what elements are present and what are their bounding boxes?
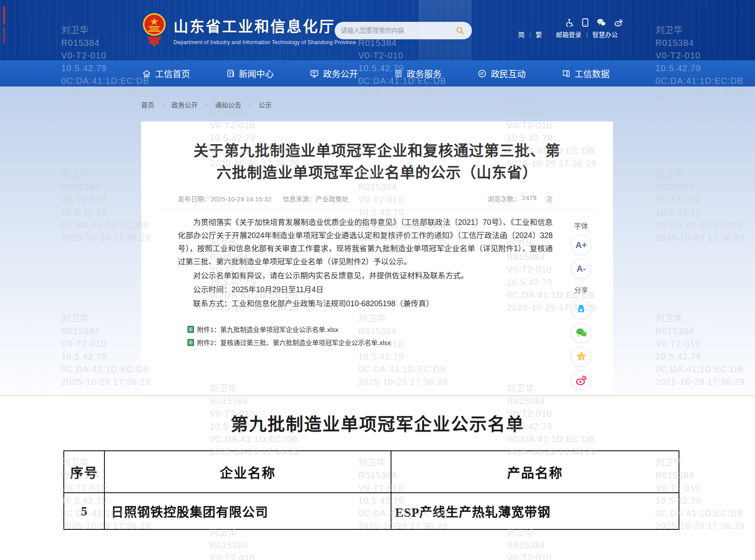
- font-size-label: 字体: [569, 220, 593, 231]
- nav-label: 工信首页: [155, 67, 190, 80]
- cell-index: 5: [64, 493, 104, 529]
- national-emblem-icon: [142, 12, 166, 48]
- site-title: 山东省工业和信息化厅: [173, 15, 356, 36]
- accessibility-icon[interactable]: [565, 18, 574, 27]
- nav-label: 新闻中心: [239, 67, 274, 80]
- table-header-row: 序号 企业名称 产品名称: [64, 451, 679, 493]
- utility-icon-row: [565, 18, 623, 27]
- wechat-icon[interactable]: [597, 18, 606, 27]
- link-simplified[interactable]: 简: [518, 30, 525, 39]
- nav-item-service[interactable]: 政务服务: [394, 67, 442, 80]
- qq-icon: [575, 304, 587, 315]
- nav-item-interaction[interactable]: 政民互动: [478, 67, 526, 80]
- attachment-list: 附件1：第九批制造业单项冠军企业公示名单.xlsx 附件2：复核通过第三批、第六…: [187, 325, 613, 347]
- breadcrumb: 首页 > 政务公开 > 通知公告 > 公示: [141, 100, 272, 109]
- wechat-icon: [575, 328, 587, 338]
- breadcrumb-notices[interactable]: 通知公告: [215, 100, 241, 109]
- article-meta: 发布日期：2025-10-29 14:15:32 信息来源：产业政策处 浏览次数…: [178, 194, 553, 203]
- paragraph: 为贯彻落实《关于加快培育发展制造业优质企业的指导意见》（工信部联政法〔2021〕…: [178, 216, 553, 268]
- article-title: 关于第九批制造业单项冠军企业和复核通过第三批、第 六批制造业单项冠军企业名单的公…: [141, 140, 613, 183]
- font-increase-button[interactable]: A+: [571, 235, 591, 255]
- interaction-icon: [478, 69, 487, 78]
- link-separator: |: [530, 31, 531, 38]
- view-count: 浏览次数：2479 次: [488, 194, 553, 203]
- breadcrumb-separator: >: [161, 101, 165, 108]
- site-title-block: 山东省工业和信息化厅 Department of Industry and In…: [173, 15, 356, 45]
- cell-company: 日照钢铁控股集团有限公司: [104, 493, 391, 529]
- excel-icon: [187, 339, 194, 346]
- header-product: 产品名称: [391, 451, 679, 493]
- link-smart-office[interactable]: 智慧办公: [592, 30, 618, 39]
- home-icon: [142, 69, 151, 78]
- share-qq-button[interactable]: [571, 299, 591, 319]
- paragraph: 公示时间：2025年10月29日至11月4日: [178, 283, 553, 296]
- attachment-link-1[interactable]: 附件1：第九批制造业单项冠军企业公示名单.xlsx: [187, 325, 613, 334]
- excel-icon: [187, 326, 194, 333]
- attachment-preview: 第九批制造业单项冠军企业公示名单 序号 企业名称 产品名称 5 日照钢铁控股集团…: [0, 395, 755, 560]
- search-button[interactable]: [454, 25, 466, 36]
- nav-item-news[interactable]: 新闻中心: [226, 67, 274, 80]
- share-qzone-button[interactable]: [571, 346, 591, 366]
- header-company: 企业名称: [104, 451, 391, 493]
- page-root: { "header": { "title": "山东省工业和信息化厅", "su…: [0, 0, 755, 560]
- info-source: 信息来源：产业政策处: [283, 194, 348, 203]
- search-bar: [335, 22, 472, 39]
- link-traditional[interactable]: 繁: [536, 30, 542, 39]
- nav-item-home[interactable]: 工信首页: [142, 67, 190, 80]
- breadcrumb-separator: >: [248, 101, 252, 108]
- weibo-icon[interactable]: [614, 18, 623, 27]
- nav-item-disclosure[interactable]: 政务公开: [310, 67, 358, 80]
- attachment-link-2[interactable]: 附件2：复核通过第三批、第六批制造业单项冠军企业公示名单.xlsx: [187, 338, 613, 347]
- disclosure-icon: [310, 69, 319, 78]
- breadcrumb-separator: >: [205, 101, 208, 108]
- breadcrumb-current: 公示: [259, 100, 272, 109]
- header-index: 序号: [64, 451, 104, 493]
- corner-decoration: [3, 27, 5, 44]
- article-toolbar: 字体 A+ A- 分享: [569, 220, 593, 394]
- nav-label: 政务服务: [407, 67, 442, 80]
- breadcrumb-disclosure[interactable]: 政务公开: [172, 100, 198, 109]
- document-title: 第九批制造业单项冠军企业公示名单: [0, 410, 755, 436]
- weibo-icon: [575, 375, 587, 386]
- article-title-line1: 关于第九批制造业单项冠军企业和复核通过第三批、第: [141, 140, 613, 162]
- cell-product: ESP产线生产热轧薄宽带钢: [391, 493, 679, 529]
- news-icon: [226, 69, 235, 78]
- paragraph: 联系方式：工业和信息化部产业政策与法规司010-68205198（兼传真）: [178, 297, 553, 310]
- qzone-icon: [575, 351, 587, 362]
- share-label: 分享: [569, 284, 593, 295]
- service-icon: [394, 69, 403, 78]
- link-mail-login[interactable]: 邮箱登录: [556, 30, 581, 39]
- corner-decoration: [3, 6, 5, 24]
- data-icon: [562, 69, 571, 78]
- article-title-line2: 六批制造业单项冠军企业名单的公示（山东省）: [141, 162, 613, 183]
- share-weibo-button[interactable]: [571, 370, 591, 390]
- meta-divider: [159, 210, 596, 210]
- site-logo[interactable]: 山东省工业和信息化厅 Department of Industry and In…: [142, 12, 356, 48]
- search-icon: [456, 26, 464, 35]
- nav-label: 政民互动: [491, 67, 526, 80]
- publish-date: 发布日期：2025-10-29 14:15:32: [178, 194, 271, 203]
- document-table: 序号 企业名称 产品名称 5 日照钢铁控股集团有限公司 ESP产线生产热轧薄宽带…: [63, 450, 679, 530]
- breadcrumb-home[interactable]: 首页: [141, 100, 154, 109]
- table-row: 5 日照钢铁控股集团有限公司 ESP产线生产热轧薄宽带钢: [64, 493, 679, 529]
- search-input[interactable]: [341, 27, 454, 34]
- font-decrease-button[interactable]: A-: [571, 259, 591, 279]
- nav-item-data[interactable]: 工信数据: [562, 67, 610, 80]
- nav-label: 工信数据: [575, 67, 610, 80]
- article-card: 关于第九批制造业单项冠军企业和复核通过第三批、第 六批制造业单项冠军企业名单的公…: [141, 121, 613, 395]
- site-header: 山东省工业和信息化厅 Department of Industry and In…: [0, 0, 755, 60]
- nav-label: 政务公开: [323, 67, 358, 80]
- mobile-icon[interactable]: [582, 18, 589, 27]
- link-separator: |: [586, 31, 587, 38]
- paragraph: 对公示名单如有异议，请在公示期内实名反馈意见，并提供佐证材料及联系方式。: [178, 269, 553, 282]
- site-subtitle: Department of Industry and Information T…: [173, 39, 356, 45]
- quick-links-row: 简 | 繁 邮箱登录 | 智慧办公: [518, 30, 618, 39]
- main-nav: 工信首页 新闻中心 政务公开 政务服务: [0, 60, 755, 86]
- article-body: 为贯彻落实《关于加快培育发展制造业优质企业的指导意见》（工信部联政法〔2021〕…: [178, 216, 553, 310]
- share-wechat-button[interactable]: [571, 323, 591, 343]
